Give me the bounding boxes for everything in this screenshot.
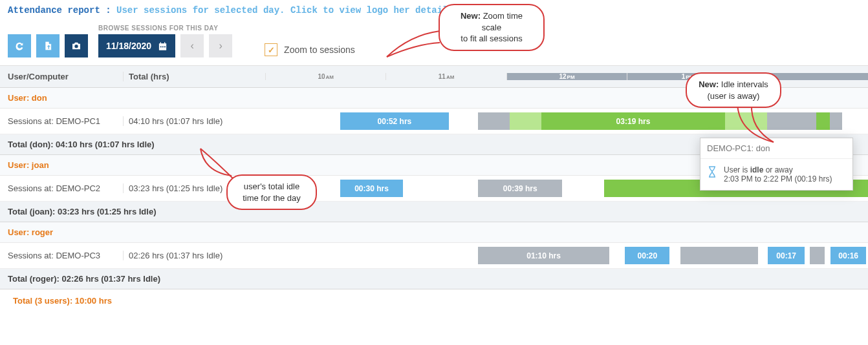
check-icon: ✓ bbox=[268, 45, 275, 55]
grand-total: Total (3 users): 10:00 hrs bbox=[0, 289, 868, 312]
screenshot-button[interactable] bbox=[65, 34, 88, 58]
svg-rect-3 bbox=[160, 42, 161, 44]
session-bar[interactable]: 00:52 hrs bbox=[340, 112, 450, 130]
session-bar[interactable]: 00:20 bbox=[625, 247, 669, 264]
user-total: Total (joan): 03:23 hrs (01:25 hrs Idle) bbox=[0, 202, 868, 222]
session-bar[interactable] bbox=[816, 112, 830, 130]
callout-total: user's total idle time for the day bbox=[226, 174, 317, 210]
session-bar[interactable] bbox=[810, 247, 825, 264]
report-desc: User sessions for selected day. Click to… bbox=[116, 5, 453, 16]
tooltip-line2: 2:03 PM to 2:22 PM (00:19 hrs) bbox=[724, 174, 832, 183]
session-bar[interactable]: 00:30 hrs bbox=[340, 180, 404, 197]
chevron-right-icon: › bbox=[219, 40, 222, 52]
browse-label: BROWSE SESSIONS FOR THIS DAY bbox=[98, 25, 232, 32]
session-bar[interactable] bbox=[478, 112, 510, 130]
zoom-checkbox[interactable]: ✓ bbox=[265, 43, 277, 56]
selected-date: 11/18/2020 bbox=[106, 41, 151, 51]
col-user: User/Computer bbox=[0, 72, 123, 81]
session-bar[interactable]: 00:39 hrs bbox=[478, 180, 562, 197]
next-day-button[interactable]: › bbox=[209, 34, 232, 58]
session-computer: Sessions at: DEMO-PC2 bbox=[0, 183, 123, 193]
page-header: Attendance report : User sessions for se… bbox=[0, 0, 868, 21]
file-export-icon bbox=[43, 41, 53, 51]
session-bar[interactable] bbox=[680, 247, 758, 264]
calendar-icon bbox=[158, 41, 168, 51]
chevron-left-icon: ‹ bbox=[190, 40, 193, 52]
session-total: 04:10 hrs (01:07 hrs Idle) bbox=[123, 116, 265, 126]
refresh-button[interactable] bbox=[8, 34, 31, 58]
zoom-label: Zoom to sessions bbox=[284, 45, 355, 55]
refresh-icon bbox=[14, 41, 25, 51]
svg-rect-2 bbox=[159, 43, 166, 45]
svg-point-0 bbox=[74, 45, 78, 48]
session-row[interactable]: Sessions at: DEMO-PC302:26 hrs (01:37 hr… bbox=[0, 243, 868, 269]
col-total: Total (hrs) bbox=[123, 72, 265, 81]
svg-rect-7 bbox=[164, 46, 166, 47]
svg-rect-4 bbox=[164, 42, 165, 44]
callout-idle: New: Idle intervals (user is away) bbox=[686, 72, 781, 108]
session-bar[interactable]: 00:16 bbox=[830, 247, 866, 264]
session-timeline: 01:10 hrs00:2000:1700:16 bbox=[265, 243, 868, 268]
callout-zoom: New: Zoom time scale to fit all sessions bbox=[439, 4, 545, 51]
prev-day-button[interactable]: ‹ bbox=[180, 34, 204, 58]
session-computer: Sessions at: DEMO-PC3 bbox=[0, 251, 123, 260]
session-bar[interactable] bbox=[510, 112, 541, 130]
tooltip-line1: User is idle or away bbox=[724, 165, 832, 174]
hour-col: 10AM bbox=[265, 73, 385, 80]
session-bar[interactable]: 01:10 hrs bbox=[478, 247, 609, 264]
session-bar[interactable]: 00:17 bbox=[768, 247, 805, 264]
svg-rect-6 bbox=[162, 46, 164, 47]
hourglass-icon bbox=[707, 165, 717, 183]
report-title: Attendance report : bbox=[8, 5, 111, 16]
user-total: Total (roger): 02:26 hrs (01:37 hrs Idle… bbox=[0, 269, 868, 289]
session-bar[interactable] bbox=[830, 112, 842, 130]
date-picker-button[interactable]: 11/18/2020 bbox=[98, 34, 175, 58]
session-computer: Sessions at: DEMO-PC1 bbox=[0, 116, 123, 126]
user-header: User: roger bbox=[0, 222, 868, 243]
export-button[interactable] bbox=[36, 34, 60, 58]
camera-icon bbox=[71, 41, 81, 50]
hour-col: 11AM bbox=[385, 73, 506, 80]
session-bar[interactable]: 03:19 hrs bbox=[541, 112, 725, 130]
hour-col: 12PM bbox=[506, 73, 627, 80]
svg-rect-5 bbox=[160, 46, 162, 47]
session-total: 02:26 hrs (01:37 hrs Idle) bbox=[123, 251, 265, 260]
